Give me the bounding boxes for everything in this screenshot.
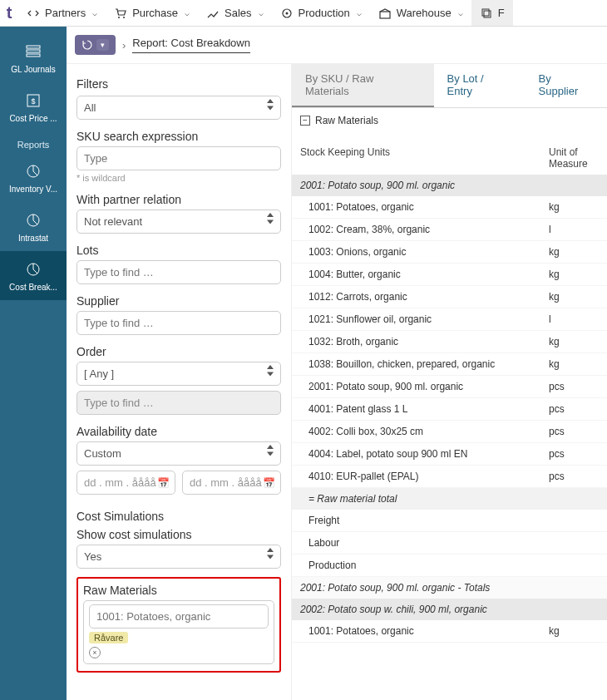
cost-price-icon: $ [23, 91, 43, 111]
cell-uom: pcs [549, 381, 599, 392]
table-row[interactable]: Freight [292, 510, 607, 532]
table-row[interactable]: 4002: Colli box, 30x25 cmpcs [292, 421, 607, 443]
report-tabs: By SKU / Raw Materials By Lot / Entry By… [292, 64, 607, 108]
filters-heading: Filters [76, 77, 281, 91]
partners-icon [27, 7, 40, 20]
report-panel: By SKU / Raw Materials By Lot / Entry By… [291, 64, 607, 700]
calendar-icon: 📅 [157, 477, 170, 489]
nav-extra[interactable]: F [471, 0, 513, 26]
filter-all-select[interactable]: All [76, 96, 281, 120]
nav-label: Purchase [132, 7, 178, 19]
pie-icon [23, 259, 43, 279]
cell-uom: kg [549, 336, 599, 348]
cell-uom: l [549, 224, 599, 235]
nav-production[interactable]: Production ⌵ [272, 0, 370, 26]
nav-label: F [498, 7, 505, 19]
journals-icon [23, 42, 43, 62]
nav-sales[interactable]: Sales ⌵ [198, 0, 272, 26]
breadcrumb-row: ▾ › Report: Cost Breakdown [67, 27, 607, 64]
sku-search-input[interactable] [76, 146, 281, 170]
production-icon [280, 7, 294, 20]
history-button[interactable]: ▾ [75, 35, 116, 55]
table-row[interactable]: 4010: EUR-pallet (EPAL)pcs [292, 466, 607, 488]
cost-sim-select[interactable]: Yes [76, 545, 281, 569]
chevron-down-icon: ⌵ [185, 8, 190, 17]
top-nav: t Partners ⌵ Purchase ⌵ Sales ⌵ Producti… [0, 0, 607, 27]
cell-sku: Production [308, 560, 549, 571]
close-icon[interactable]: × [89, 647, 101, 658]
sidebar-item-inventory[interactable]: Inventory V... [0, 153, 67, 202]
table-row[interactable]: 1001: Potatoes, organickg [292, 620, 607, 643]
table-row[interactable]: 4001: Patent glass 1 Lpcs [292, 398, 607, 421]
table-row[interactable]: 1032: Broth, organickg [292, 331, 607, 353]
raw-materials-input-wrap[interactable]: Råvare × [83, 600, 274, 664]
cell-sku: 4001: Patent glass 1 L [308, 403, 549, 415]
raw-materials-input[interactable] [89, 604, 269, 629]
nav-partners[interactable]: Partners ⌵ [18, 0, 106, 26]
table-header-row: Stock Keeping Units Unit of Measure [292, 133, 607, 175]
cell-sku: 1002: Cream, 38%, organic [308, 224, 549, 235]
tab-by-supplier[interactable]: By Supplier [526, 64, 607, 107]
order-select[interactable]: [ Any ] [76, 362, 281, 386]
history-icon [81, 39, 93, 51]
raw-materials-filter-highlight: Raw Materials Råvare × [76, 577, 281, 673]
cell-uom: pcs [549, 448, 599, 460]
nav-label: Sales [225, 7, 252, 19]
calendar-icon: 📅 [263, 477, 275, 489]
sidebar-item-label: GL Journals [2, 65, 65, 74]
sidebar-item-intrastat[interactable]: Intrastat [0, 202, 67, 251]
table-row[interactable]: Production [292, 555, 607, 577]
table-row[interactable]: 4004: Label, potato soup 900 ml ENpcs [292, 443, 607, 466]
chevron-down-icon: ▾ [96, 39, 109, 51]
table-row[interactable]: 1012: Carrots, organickg [292, 286, 607, 308]
partner-select[interactable]: Not relevant [76, 210, 281, 234]
cell-sku: 4002: Colli box, 30x25 cm [308, 426, 549, 437]
table-row[interactable]: 1002: Cream, 38%, organicl [292, 219, 607, 241]
sidebar-item-label: Intrastat [2, 234, 65, 243]
filters-panel: Filters All SKU search expression * is w… [67, 64, 291, 700]
subtotal-row: = Raw material total [292, 488, 607, 510]
lots-input[interactable] [76, 260, 281, 284]
sidebar: GL Journals $ Cost Price ... Reports Inv… [0, 27, 67, 700]
raw-materials-toggle[interactable]: − Raw Materials [292, 108, 607, 133]
section-total: 2001: Potato soup, 900 ml. organic - Tot… [292, 577, 607, 599]
col-uom-header: Unit of Measure [549, 146, 599, 170]
sidebar-item-label: Cost Break... [2, 283, 65, 292]
sidebar-item-gl-journals[interactable]: GL Journals [0, 33, 67, 82]
chevron-down-icon: ⌵ [357, 8, 362, 17]
cell-uom: kg [549, 291, 599, 303]
raw-materials-tag[interactable]: Råvare [89, 632, 128, 643]
sidebar-item-cost-price[interactable]: $ Cost Price ... [0, 82, 67, 131]
sidebar-item-cost-breakdown[interactable]: Cost Break... [0, 251, 67, 300]
app-logo[interactable]: t [0, 0, 18, 27]
supplier-input[interactable] [76, 311, 281, 335]
date-to-input[interactable]: dd . mm . åååå📅 [182, 471, 281, 495]
group-header[interactable]: 2001: Potato soup, 900 ml. organic [292, 175, 607, 196]
order-search-disabled: Type to find … [76, 391, 281, 415]
cell-sku: 4004: Label, potato soup 900 ml EN [308, 448, 549, 460]
tab-by-sku[interactable]: By SKU / Raw Materials [292, 64, 434, 107]
sales-icon [206, 7, 220, 20]
table-row[interactable]: 1003: Onions, organickg [292, 241, 607, 264]
avail-select[interactable]: Custom [76, 441, 281, 466]
cell-uom: kg [549, 246, 599, 258]
group-header[interactable]: 2002: Potato soup w. chili, 900 ml, orga… [292, 599, 607, 620]
lots-label: Lots [76, 244, 281, 257]
cell-sku: 2001: Potato soup, 900 ml. organic [308, 381, 549, 392]
table-row[interactable]: 1021: Sunflower oil, organicl [292, 308, 607, 331]
table-row[interactable]: 1001: Potatoes, organickg [292, 196, 607, 219]
partner-label: With partner relation [76, 193, 281, 206]
tab-by-lot[interactable]: By Lot / Entry [434, 64, 526, 107]
table-row[interactable]: 1004: Butter, organickg [292, 264, 607, 286]
cell-sku: 1038: Bouillon, chicken, prepared, organ… [308, 358, 549, 370]
table-row[interactable]: 1038: Bouillon, chicken, prepared, organ… [292, 353, 607, 376]
nav-label: Production [299, 7, 350, 19]
cell-sku: 1032: Broth, organic [308, 336, 549, 348]
table-row[interactable]: Labour [292, 532, 607, 555]
chevron-down-icon: ⌵ [92, 8, 97, 17]
date-from-input[interactable]: dd . mm . åååå📅 [76, 471, 175, 495]
table-row[interactable]: 2001: Potato soup, 900 ml. organicpcs [292, 376, 607, 398]
cell-uom: pcs [549, 426, 599, 437]
nav-warehouse[interactable]: Warehouse ⌵ [370, 0, 471, 26]
nav-purchase[interactable]: Purchase ⌵ [106, 0, 198, 26]
